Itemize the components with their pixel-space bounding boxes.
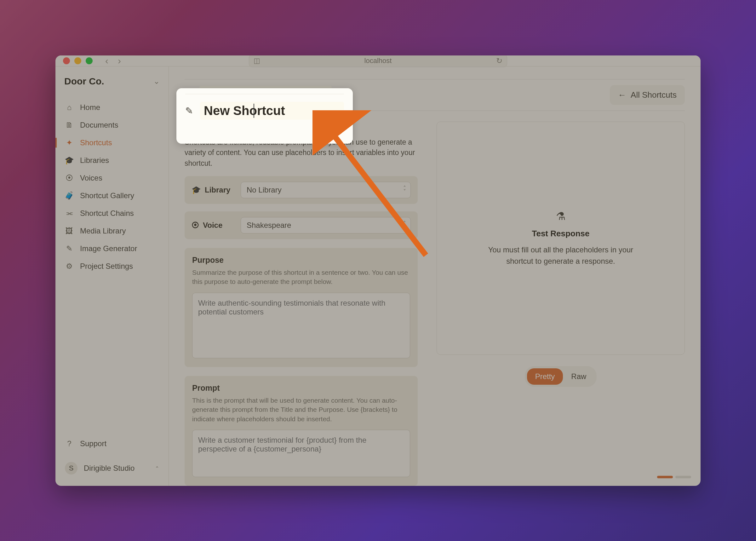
pencil-icon: ✎: [65, 244, 74, 253]
all-shortcuts-label: All Shortcuts: [631, 90, 677, 100]
test-response-title: Test Response: [532, 229, 589, 239]
sidebar-item-label: Shortcut Chains: [80, 209, 134, 218]
avatar: S: [65, 462, 78, 474]
prompt-card: Prompt This is the prompt that will be u…: [185, 376, 418, 486]
chevron-down-icon: ⌄: [154, 77, 160, 86]
brackets-icon: 〔〕: [185, 122, 201, 133]
voice-value: Shakespeare: [247, 221, 291, 230]
sidebar-item-label: Media Library: [80, 227, 126, 236]
library-label: Library: [205, 186, 230, 195]
voice-select[interactable]: Shakespeare ˄˅: [241, 217, 411, 234]
back-button[interactable]: ‹: [105, 55, 108, 66]
support-link[interactable]: ?Support: [59, 435, 166, 452]
minimize-window-button[interactable]: [74, 57, 81, 64]
purpose-card: Purpose Summarize the purpose of this sh…: [185, 248, 418, 367]
sidebar-item-shortcuts[interactable]: ✦Shortcuts: [59, 135, 166, 151]
scroll-indicator: [657, 476, 691, 478]
help-icon: ?: [65, 439, 74, 448]
purpose-label: Purpose: [192, 256, 410, 265]
library-select[interactable]: No Library ˄˅: [241, 182, 411, 198]
sidebar-item-project-settings[interactable]: ⚙Project Settings: [59, 258, 166, 274]
shortcut-title-input[interactable]: [199, 86, 332, 104]
sidebar-item-home[interactable]: ⌂Home: [59, 99, 166, 116]
user-name: Dirigible Studio: [84, 464, 135, 473]
voice-icon: ⦿: [65, 174, 74, 183]
arrow-left-icon: ←: [618, 90, 626, 100]
toggle-raw[interactable]: Raw: [563, 368, 594, 385]
sidebar-item-label: Shortcut Gallery: [80, 191, 134, 200]
browser-titlebar: ‹ › ◫ localhost ↻: [55, 55, 701, 67]
sidebar-item-label: Shortcuts: [80, 138, 112, 147]
sidebar-item-documents[interactable]: 🗎Documents: [59, 117, 166, 133]
toggle-pretty[interactable]: Pretty: [527, 368, 563, 385]
refresh-icon[interactable]: ↻: [496, 56, 503, 65]
gallery-icon: 🧳: [65, 191, 74, 200]
sidebar-item-media-library[interactable]: 🖼Media Library: [59, 223, 166, 239]
sidebar-item-label: Image Generator: [80, 244, 137, 253]
flask-icon: ⚗: [556, 210, 566, 223]
voice-label: Voice: [203, 221, 222, 230]
sidebar: Door Co. ⌄ ⌂Home 🗎Documents ✦Shortcuts 🎓…: [55, 67, 169, 486]
sidebar-item-shortcut-gallery[interactable]: 🧳Shortcut Gallery: [59, 188, 166, 204]
purpose-hint: Summarize the purpose of this shortcut i…: [192, 268, 410, 286]
response-view-toggle: Pretty Raw: [525, 366, 597, 387]
user-switcher[interactable]: S Dirigible Studio ⌃: [59, 458, 166, 478]
org-switcher[interactable]: Door Co. ⌄: [55, 74, 169, 99]
org-name: Door Co.: [64, 76, 104, 87]
media-icon: 🖼: [65, 227, 74, 236]
prompt-hint: This is the prompt that will be used to …: [192, 396, 410, 423]
select-chevron-icon: ˄˅: [403, 222, 406, 229]
shortcut-editor-description: Shortcuts are flexible, reusable prompts…: [185, 137, 418, 169]
library-value: No Library: [247, 186, 282, 195]
sidebar-toggle-icon[interactable]: ◫: [253, 57, 260, 65]
document-icon: 🗎: [65, 121, 74, 130]
window-controls: [63, 57, 93, 64]
select-chevron-icon: ˄˅: [403, 187, 406, 194]
sidebar-item-label: Documents: [80, 121, 118, 130]
maximize-window-button[interactable]: [86, 57, 93, 64]
chevron-up-icon: ⌃: [155, 465, 159, 471]
prompt-textarea[interactable]: [192, 430, 410, 477]
sidebar-item-libraries[interactable]: 🎓Libraries: [59, 152, 166, 169]
all-shortcuts-button[interactable]: ← All Shortcuts: [610, 85, 685, 105]
shortcut-editor-heading: 〔〕 Shortcut Editor: [185, 122, 418, 133]
library-row: 🎓Library No Library ˄˅: [185, 176, 418, 204]
purpose-textarea[interactable]: [192, 293, 410, 358]
sidebar-item-label: Project Settings: [80, 262, 133, 270]
voice-row: ⦿Voice Shakespeare ˄˅: [185, 212, 418, 239]
content-area: ✎ ← All Shortcuts 〔〕 Shortcut Editor Sho…: [169, 67, 701, 486]
chain-icon: ⫘: [65, 209, 74, 218]
library-icon: 🎓: [191, 186, 201, 195]
forward-button[interactable]: ›: [118, 55, 121, 66]
edit-icon: ✎: [185, 90, 192, 101]
test-response-description: You must fill out all the placeholders i…: [476, 244, 646, 267]
voice-icon: ⦿: [191, 221, 199, 230]
sidebar-item-label: Libraries: [80, 156, 109, 165]
prompt-label: Prompt: [192, 383, 410, 393]
sidebar-item-label: Voices: [80, 174, 102, 183]
library-icon: 🎓: [65, 156, 74, 165]
url-bar[interactable]: ◫ localhost ↻: [249, 55, 507, 67]
sidebar-item-voices[interactable]: ⦿Voices: [59, 170, 166, 186]
home-icon: ⌂: [65, 103, 74, 112]
test-response-panel: ⚗ Test Response You must fill out all th…: [437, 122, 685, 355]
sidebar-item-shortcut-chains[interactable]: ⫘Shortcut Chains: [59, 205, 166, 222]
sidebar-item-image-generator[interactable]: ✎Image Generator: [59, 241, 166, 257]
sidebar-item-label: Home: [80, 103, 100, 112]
sparkle-icon: ✦: [65, 138, 74, 147]
close-window-button[interactable]: [63, 57, 70, 64]
support-label: Support: [80, 439, 107, 448]
gear-icon: ⚙: [65, 262, 74, 270]
url-text: localhost: [364, 57, 392, 65]
